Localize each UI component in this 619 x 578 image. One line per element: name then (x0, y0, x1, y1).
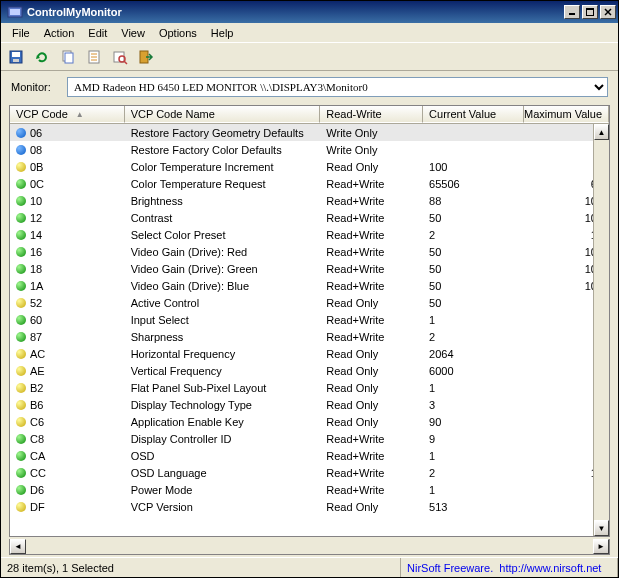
monitor-selector-row: Monitor: AMD Radeon HD 6450 LED MONITOR … (1, 71, 618, 103)
find-icon[interactable] (109, 46, 131, 68)
table-row[interactable]: 0BColor Temperature IncrementRead Only10… (10, 158, 609, 175)
cell-rw: Read+Write (320, 450, 423, 462)
status-bullet-icon (16, 162, 26, 172)
cell-rw: Read Only (320, 416, 423, 428)
menu-options[interactable]: Options (152, 25, 204, 41)
status-bullet-icon (16, 128, 26, 138)
status-bullet-icon (16, 468, 26, 478)
table-row[interactable]: 14Select Color PresetRead+Write211 (10, 226, 609, 243)
header-read-write[interactable]: Read-Write (320, 106, 423, 123)
close-button[interactable] (600, 5, 616, 19)
table-row[interactable]: B2Flat Panel Sub-Pixel LayoutRead Only1 (10, 379, 609, 396)
cell-code: DF (30, 501, 45, 513)
table-row[interactable]: CAOSDRead+Write12 (10, 447, 609, 464)
scroll-down-icon[interactable]: ▼ (594, 520, 609, 536)
menu-help[interactable]: Help (204, 25, 241, 41)
menu-edit[interactable]: Edit (81, 25, 114, 41)
cell-code: 18 (30, 263, 42, 275)
status-bullet-icon (16, 145, 26, 155)
cell-name: OSD Language (125, 467, 321, 479)
scroll-left-icon[interactable]: ◄ (10, 539, 26, 554)
cell-code: 06 (30, 127, 42, 139)
cell-code: C6 (30, 416, 44, 428)
header-maximum-value[interactable]: Maximum Value (524, 106, 609, 123)
table-row[interactable]: 12ContrastRead+Write50100 (10, 209, 609, 226)
cell-name: Color Temperature Increment (125, 161, 321, 173)
status-bullet-icon (16, 417, 26, 427)
table-row[interactable]: C6Application Enable KeyRead Only90 (10, 413, 609, 430)
table-row[interactable]: D6Power ModeRead+Write15 (10, 481, 609, 498)
table-row[interactable]: 16Video Gain (Drive): RedRead+Write50100 (10, 243, 609, 260)
table-row[interactable]: 10BrightnessRead+Write88100 (10, 192, 609, 209)
menu-action[interactable]: Action (37, 25, 82, 41)
table-row[interactable]: 60Input SelectRead+Write13 (10, 311, 609, 328)
exit-icon[interactable] (135, 46, 157, 68)
svg-rect-9 (13, 59, 19, 62)
svg-rect-12 (65, 53, 73, 63)
vertical-scrollbar[interactable]: ▲ ▼ (593, 124, 609, 536)
cell-current: 513 (423, 501, 524, 513)
horizontal-scrollbar[interactable]: ◄ ► (9, 539, 610, 555)
menu-view[interactable]: View (114, 25, 152, 41)
table-row[interactable]: AEVertical FrequencyRead Only6000 (10, 362, 609, 379)
branding-text[interactable]: NirSoft Freeware. (407, 562, 493, 574)
status-bullet-icon (16, 502, 26, 512)
table-row[interactable]: C8Display Controller IDRead+Write90 (10, 430, 609, 447)
table-row[interactable]: B6Display Technology TypeRead Only3 (10, 396, 609, 413)
scroll-right-icon[interactable]: ► (593, 539, 609, 554)
save-icon[interactable] (5, 46, 27, 68)
cell-rw: Write Only (320, 144, 423, 156)
cell-rw: Read Only (320, 501, 423, 513)
table-row[interactable]: 52Active ControlRead Only50 (10, 294, 609, 311)
maximize-button[interactable] (582, 5, 598, 19)
cell-name: Power Mode (125, 484, 321, 496)
table-row[interactable]: 18Video Gain (Drive): GreenRead+Write501… (10, 260, 609, 277)
header-vcp-name[interactable]: VCP Code Name (125, 106, 321, 123)
cell-current: 9 (423, 433, 524, 445)
cell-rw: Read+Write (320, 263, 423, 275)
cell-rw: Read+Write (320, 331, 423, 343)
cell-code: AE (30, 365, 45, 377)
table-row[interactable]: 87SharpnessRead+Write24 (10, 328, 609, 345)
table-row[interactable]: DFVCP VersionRead Only513 (10, 498, 609, 515)
cell-name: Select Color Preset (125, 229, 321, 241)
branding-url[interactable]: http://www.nirsoft.net (499, 562, 601, 574)
table-row[interactable]: 08Restore Factory Color DefaultsWrite On… (10, 141, 609, 158)
cell-rw: Read Only (320, 365, 423, 377)
header-current-value[interactable]: Current Value (423, 106, 524, 123)
cell-current: 90 (423, 416, 524, 428)
status-bullet-icon (16, 298, 26, 308)
properties-icon[interactable] (83, 46, 105, 68)
table-row[interactable]: 1AVideo Gain (Drive): BlueRead+Write5010… (10, 277, 609, 294)
cell-name: Input Select (125, 314, 321, 326)
svg-rect-8 (12, 52, 20, 57)
monitor-select[interactable]: AMD Radeon HD 6450 LED MONITOR \\.\DISPL… (67, 77, 608, 97)
table-row[interactable]: 0CColor Temperature RequestRead+Write655… (10, 175, 609, 192)
titlebar[interactable]: ControlMyMonitor (1, 1, 618, 23)
header-vcp-code[interactable]: VCP Code▲ (10, 106, 125, 123)
cell-rw: Read+Write (320, 433, 423, 445)
cell-name: OSD (125, 450, 321, 462)
table-row[interactable]: ACHorizontal FrequencyRead Only2064 (10, 345, 609, 362)
cell-code: CA (30, 450, 45, 462)
minimize-button[interactable] (564, 5, 580, 19)
cell-code: 14 (30, 229, 42, 241)
cell-rw: Read+Write (320, 280, 423, 292)
copy-icon[interactable] (57, 46, 79, 68)
scroll-up-icon[interactable]: ▲ (594, 124, 609, 140)
app-window: ControlMyMonitor File Action Edit View O… (0, 0, 619, 578)
cell-rw: Read+Write (320, 212, 423, 224)
cell-code: CC (30, 467, 46, 479)
table-row[interactable]: CCOSD LanguageRead+Write213 (10, 464, 609, 481)
refresh-icon[interactable] (31, 46, 53, 68)
table-row[interactable]: 06Restore Factory Geometry DefaultsWrite… (10, 124, 609, 141)
cell-current: 3 (423, 399, 524, 411)
statusbar: 28 item(s), 1 Selected NirSoft Freeware.… (1, 557, 618, 577)
cell-name: Flat Panel Sub-Pixel Layout (125, 382, 321, 394)
cell-current: 2 (423, 331, 524, 343)
cell-name: Horizontal Frequency (125, 348, 321, 360)
cell-code: B2 (30, 382, 43, 394)
app-icon (7, 4, 23, 20)
menu-file[interactable]: File (5, 25, 37, 41)
status-bullet-icon (16, 485, 26, 495)
